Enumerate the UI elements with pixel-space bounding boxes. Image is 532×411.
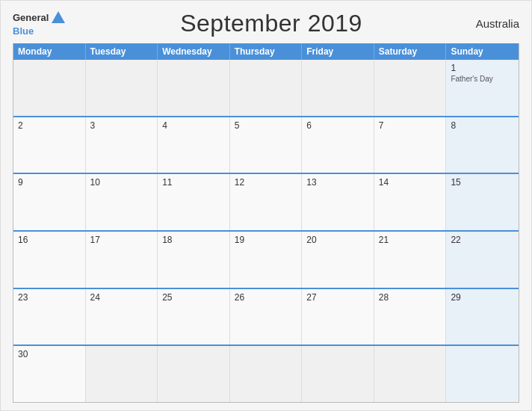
calendar-cell: 10: [86, 174, 158, 230]
calendar-cell: 27: [302, 289, 374, 345]
calendar-cell: 4: [158, 117, 230, 173]
calendar-cell: 6: [302, 117, 374, 173]
day-number: 17: [90, 235, 153, 245]
logo-blue-text: Blue: [13, 26, 34, 37]
calendar-week-5: 23242526272829: [13, 288, 519, 345]
day-number: 25: [162, 292, 225, 303]
calendar-page: General Blue September 2019 Australia Mo…: [0, 0, 532, 411]
day-number: 5: [235, 120, 297, 131]
day-number: 22: [451, 235, 514, 245]
calendar-cell: 19: [230, 232, 303, 288]
calendar-cell: [374, 346, 447, 402]
calendar-cell: 22: [446, 232, 519, 288]
day-number: 6: [306, 120, 369, 131]
logo: General Blue: [13, 10, 66, 37]
calendar-cell: 2: [13, 117, 86, 173]
calendar-cell: [302, 346, 374, 402]
day-number: 28: [379, 292, 442, 303]
calendar-cell: [86, 60, 158, 116]
day-number: 11: [162, 177, 225, 188]
day-number: 1: [451, 63, 514, 73]
calendar-cell: 21: [374, 232, 447, 288]
page-header: General Blue September 2019 Australia: [13, 10, 519, 37]
calendar-cell: 30: [13, 346, 86, 402]
day-number: 3: [90, 120, 153, 131]
calendar-body: 1Father's Day234567891011121314151617181…: [13, 60, 519, 402]
page-title: September 2019: [180, 10, 362, 37]
calendar-cell: 15: [446, 174, 519, 230]
day-number: 16: [18, 235, 81, 245]
calendar-cell: 28: [374, 289, 447, 345]
day-event: Father's Day: [451, 75, 514, 83]
calendar-cell: [158, 60, 230, 116]
calendar-cell: [302, 60, 374, 116]
calendar-cell: 13: [302, 174, 374, 230]
calendar-cell: 3: [86, 117, 158, 173]
calendar-cell: 11: [158, 174, 230, 230]
calendar-week-2: 2345678: [13, 116, 519, 173]
calendar-cell: 24: [86, 289, 158, 345]
country-label: Australia: [476, 17, 519, 30]
calendar-cell: [446, 346, 519, 402]
day-number: 23: [18, 292, 81, 303]
calendar-week-6: 30: [13, 344, 519, 402]
calendar-cell: 18: [158, 232, 230, 288]
calendar-cell: 12: [230, 174, 303, 230]
day-number: 10: [90, 177, 153, 188]
calendar-cell: 17: [86, 232, 158, 288]
calendar-week-3: 9101112131415: [13, 173, 519, 230]
calendar-cell: 5: [230, 117, 303, 173]
day-number: 18: [162, 235, 225, 245]
day-number: 4: [162, 120, 225, 131]
calendar-header: MondayTuesdayWednesdayThursdayFridaySatu…: [13, 43, 519, 60]
calendar-cell: 14: [374, 174, 447, 230]
day-number: 20: [306, 235, 369, 245]
day-number: 14: [379, 177, 442, 188]
header-day-friday: Friday: [302, 43, 374, 60]
calendar-cell: [158, 346, 230, 402]
day-number: 29: [451, 292, 514, 303]
calendar-cell: 23: [13, 289, 86, 345]
calendar-cell: 8: [446, 117, 519, 173]
calendar-week-4: 16171819202122: [13, 230, 519, 288]
calendar-week-1: 1Father's Day: [13, 60, 519, 116]
calendar-cell: 26: [230, 289, 303, 345]
day-number: 13: [306, 177, 369, 188]
day-number: 9: [18, 177, 81, 188]
day-number: 12: [235, 177, 297, 188]
day-number: 2: [18, 120, 81, 131]
header-day-thursday: Thursday: [230, 43, 303, 60]
day-number: 19: [235, 235, 297, 245]
calendar-cell: 1Father's Day: [446, 60, 519, 116]
header-day-tuesday: Tuesday: [86, 43, 158, 60]
calendar-cell: 16: [13, 232, 86, 288]
header-day-saturday: Saturday: [374, 43, 447, 60]
calendar-cell: [230, 346, 303, 402]
calendar-cell: [13, 60, 86, 116]
day-number: 27: [306, 292, 369, 303]
day-number: 24: [90, 292, 153, 303]
calendar-cell: 25: [158, 289, 230, 345]
calendar-cell: 7: [374, 117, 447, 173]
calendar-cell: [374, 60, 447, 116]
header-day-sunday: Sunday: [446, 43, 519, 60]
day-number: 21: [379, 235, 442, 245]
day-number: 7: [379, 120, 442, 131]
calendar-cell: [86, 346, 158, 402]
header-day-monday: Monday: [13, 43, 86, 60]
header-day-wednesday: Wednesday: [158, 43, 230, 60]
calendar-cell: 20: [302, 232, 374, 288]
logo-general-text: General: [13, 13, 49, 23]
calendar-cell: [230, 60, 303, 116]
day-number: 26: [235, 292, 297, 303]
calendar-cell: 29: [446, 289, 519, 345]
day-number: 8: [451, 120, 514, 131]
day-number: 30: [18, 349, 81, 359]
day-number: 15: [451, 177, 514, 188]
logo-icon: [50, 10, 66, 26]
calendar: MondayTuesdayWednesdayThursdayFridaySatu…: [13, 43, 519, 403]
calendar-cell: 9: [13, 174, 86, 230]
svg-marker-0: [52, 11, 65, 23]
